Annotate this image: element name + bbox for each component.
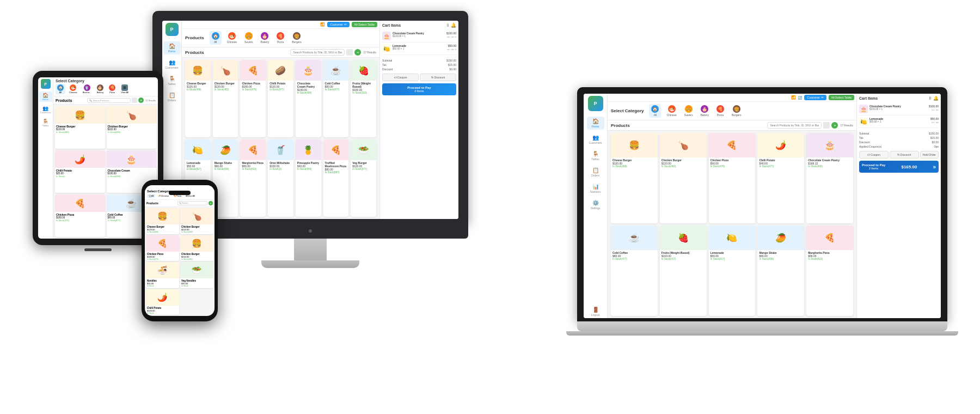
laptop-img-mango: 🥭 [757, 226, 804, 250]
laptop-search-input[interactable] [767, 122, 822, 129]
laptop-discount-button[interactable]: % Discount [890, 151, 919, 159]
laptop-product-chilli[interactable]: 🌶️ Chilli Potato $40.00 In Stock(477) [757, 133, 804, 223]
monitor-cart: Cart Items ⏸ 🔔 🎂 Chocolate Cream Pastry … [379, 21, 458, 219]
iphone-product-veg[interactable]: 🥗 Veg Noodles $35.00 In Stock [180, 262, 213, 288]
ipad-cat-viewall[interactable]: ⊞ View All [119, 84, 130, 94]
laptop-cart-header: Cart Items ⏸ 🔔 [859, 96, 939, 101]
iphone-product-chicken[interactable]: 🍗 Chicken Burger $222.00 In Stock(482) [180, 208, 213, 234]
laptop-sidebar-logout[interactable]: 🚪 Logout [587, 305, 604, 318]
laptop-cat-pizza[interactable]: 🍕 Pizza [714, 104, 726, 118]
ipad-cat-pizza[interactable]: 🍕 Pizza [107, 84, 117, 94]
product-card-cheese-burger[interactable]: 🍔 Cheese Burger $120.00 In Stock(489) [185, 60, 211, 137]
category-all[interactable]: 🏠 All [210, 31, 222, 45]
iphone-cat-chinese[interactable]: 🍜Chinese [156, 194, 170, 198]
discount-button[interactable]: % Discount [420, 74, 456, 81]
ipad-cat-chinese[interactable]: 🍜 Chinese [68, 84, 79, 94]
iphone-product-chilli3[interactable]: 🌶️ Chilli Potato $120.00 In Stock [146, 289, 179, 315]
ipad-product-cheese[interactable]: 🍔 Cheese Burger $120.00 In Stock(489) [55, 106, 105, 149]
laptop-cat-savers[interactable]: 🍔 Savers [682, 104, 695, 118]
laptop-product-fruits[interactable]: 🍓 Fruits (Weight Based) $100.00 In Stock… [660, 226, 707, 316]
search-input[interactable] [290, 49, 345, 56]
category-chinese[interactable]: 🍜 Chinese [225, 31, 239, 45]
laptop-table-button[interactable]: 🍽 Select Table [829, 95, 854, 100]
sidebar-item-orders[interactable]: 📋 Orders [163, 90, 181, 104]
laptop-product-lemonade[interactable]: 🍋 Lemonade $80.00 In Stock(817) [709, 226, 756, 316]
laptop-product-cold-coffee[interactable]: ☕ Cold Coffee $80.00 In Stock(477) [611, 226, 658, 316]
ipad-cat-all[interactable]: 🏠 All [56, 84, 65, 94]
ipad-add-btn[interactable]: + [138, 98, 144, 103]
laptop-add-product-btn[interactable]: + [831, 122, 838, 129]
product-image-mango-shake: 🥭 [213, 139, 238, 160]
laptop-product-pastry[interactable]: 🎂 Chocolate Cream Pastry $168.12 In Stoc… [806, 133, 853, 223]
laptop-product-grid: 🍔 Cheese Burger $120.00 In Stock(489) 🍗 [608, 131, 856, 318]
laptop-sidebar-customers[interactable]: 👥 Customers [587, 133, 604, 146]
laptop-coupon-button[interactable]: 🏷 Coupon [859, 151, 889, 159]
ipad-cat-bakery[interactable]: 🎂 Bakery [95, 84, 105, 94]
laptop-product-chicken-pizza[interactable]: 🍕 Chicken Pizza $90.00 In Stock(476) [709, 133, 756, 223]
sidebar-label-tables: Tables [168, 82, 175, 86]
ipad-sidebar-customers[interactable]: 👥 Customers [39, 105, 52, 115]
ipad-product-chilli[interactable]: 🌶️ Chilli Potato $25.00 In Stock(... [55, 150, 105, 193]
laptop-sidebar-statistics[interactable]: 📊 Statistics [587, 182, 604, 195]
grid-view-button[interactable] [346, 49, 353, 56]
laptop-cart-total-pastry: $100.00inc. tax [929, 105, 939, 111]
category-pizza[interactable]: 🍕 Pizza [274, 31, 286, 45]
sidebar-item-customers[interactable]: 👥 Customers [163, 58, 181, 71]
product-card-cold-coffee[interactable]: ☕ Cold Coffee $80.00 In Stock(477) [323, 60, 349, 137]
ipad-sidebar-home[interactable]: 🏠 Home [39, 92, 52, 102]
sidebar-item-tables[interactable]: 🪑 Tables [163, 74, 181, 87]
category-bakery[interactable]: 🎂 Bakery [259, 31, 272, 45]
laptop-customer-button[interactable]: Customer ✏ [804, 95, 826, 100]
laptop-sidebar-orders[interactable]: 📋 Orders [587, 166, 604, 179]
laptop-cat-bakery[interactable]: 🎂 Bakery [698, 104, 711, 118]
iphone-product-noodle[interactable]: 🍜 Noodles $35.00 In Stock [146, 262, 179, 288]
laptop-cat-burgers[interactable]: 🍔 Burgers [730, 104, 744, 118]
laptop-product-chicken-burger[interactable]: 🍗 Chicken Burger $220.00 In Stock(482) [660, 133, 707, 223]
iphone-search[interactable]: 🔍 Search... [177, 201, 207, 205]
product-card-chicken-burger[interactable]: 🍗 Chicken Burger $220.00 In Stock(482) [213, 60, 238, 137]
laptop-cat-chinese[interactable]: 🍜 Chinese [664, 104, 678, 118]
laptop-product-cheese[interactable]: 🍔 Cheese Burger $120.00 In Stock(489) [611, 133, 658, 223]
laptop-hold-button[interactable]: Hold Order [920, 151, 939, 159]
ipad-cat-beverages[interactable]: 🥤 Bevera... [81, 84, 93, 94]
iphone-product-burger2[interactable]: 🍔 Chicken Burger $222.00 In Stock(482) [180, 235, 213, 261]
product-card-veg-burger[interactable]: 🥗 Veg Burger $120.00 In Stock(877) [351, 139, 376, 217]
iphone-cat-all[interactable]: 🏠All [147, 194, 155, 198]
laptop-sidebar-tables[interactable]: 🪑 Tables [587, 149, 604, 162]
product-card-chilli-potato[interactable]: 🥔 Chilli Potato $120.00 In Stock(477) [268, 60, 293, 137]
iphone-img-noodle: 🍜 [146, 262, 179, 278]
ipad-product-chili2[interactable]: 🍕 Chicken Pizza $180.00 In Stock(476) [55, 194, 105, 237]
ipad-product-chicken[interactable]: 🍗 Chicken Burger $222.00 In Stock(482) [107, 106, 157, 149]
iphone-product-cheese[interactable]: 🍔 Cheese Burger $120.00 In Stock(489) [146, 208, 179, 234]
product-card-margherita[interactable]: 🍕 Margherita Pizza $80.00 In Stock(819) [240, 139, 266, 217]
product-card-oreo[interactable]: 🥤 Oreo Milkshake $100.00 In Stock(3) [268, 139, 293, 217]
table-button[interactable]: 🍽 Select Table [352, 22, 377, 27]
ipad-search[interactable]: 🔍 Search Products... [87, 98, 131, 103]
laptop-product-margherita[interactable]: 🍕 Margherita Pizza $88.00 In Stock(819) [806, 226, 853, 316]
ipad-grid-btn[interactable] [132, 98, 137, 103]
product-card-cream-pastry[interactable]: 🎂 Chocolate Cream Pastry $100.00 In Stoc… [296, 60, 321, 137]
iphone-add-btn[interactable]: + [209, 201, 213, 205]
laptop-sidebar-settings[interactable]: ⚙️ Settings [587, 198, 604, 211]
laptop-proceed-button[interactable]: Proceed to Pay 2 Items $165.00 » [859, 161, 939, 173]
laptop-coupon-row: Applied Coupon(s) 0px [859, 144, 939, 149]
category-savers[interactable]: 🍔 Savers [242, 31, 255, 45]
coupon-button[interactable]: 🏷 Coupon [382, 74, 419, 81]
laptop-logo: P [588, 96, 603, 111]
laptop-sidebar-home[interactable]: 🏠 Home [587, 117, 604, 130]
product-card-fruits[interactable]: 🍓 Fruits (Weight Based) $100.00 In Stock… [351, 60, 376, 137]
customer-button[interactable]: Customer ✏ [327, 22, 349, 27]
laptop-cart-title: Cart Items [859, 96, 878, 100]
product-card-chicken-pizza[interactable]: 🍕 Chicken Pizza $180.00 In Stock(476) [240, 60, 266, 137]
product-card-truffle[interactable]: 🍕 Truffled Mushroom Pizza $80.00 In Stoc… [323, 139, 349, 217]
iphone-product-chilli[interactable]: 🍕 Chicken Pizza $180.00 In Stock(476) [146, 235, 179, 261]
laptop-cat-all[interactable]: 🏠 All [649, 104, 661, 118]
ipad-sidebar-tables[interactable]: 🪑 Tables [39, 118, 52, 128]
add-product-button[interactable]: + [354, 49, 361, 56]
category-burgers[interactable]: 🍔 Burgers [290, 31, 304, 45]
sidebar-item-home[interactable]: 🏠 Home [163, 41, 181, 54]
product-card-pineapple[interactable]: 🍍 Pineapple Pastry $40.00 In Stock(848) [296, 139, 321, 217]
proceed-to-pay-button[interactable]: Proceed to Pay 2 Items [382, 83, 456, 95]
laptop-product-mango[interactable]: 🥭 Mango Shake $80.00 In Stock(838) [757, 226, 804, 316]
laptop-grid-view-btn[interactable] [823, 122, 830, 129]
